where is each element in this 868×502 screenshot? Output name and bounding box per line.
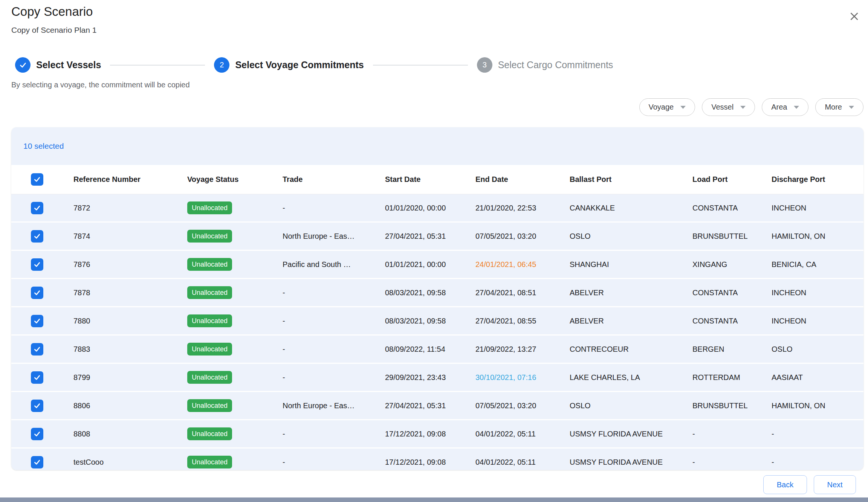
check-icon	[33, 430, 41, 438]
status-badge: Unallocated	[187, 343, 232, 356]
filter-voyage-button[interactable]: Voyage	[639, 98, 695, 116]
row-checkbox[interactable]	[31, 371, 43, 384]
step-connector	[110, 65, 205, 66]
step-2-label: Select Voyage Commitments	[235, 60, 364, 70]
row-checkbox[interactable]	[31, 230, 43, 243]
row-checkbox[interactable]	[31, 287, 43, 299]
back-button[interactable]: Back	[763, 475, 807, 494]
discharge-port-cell: INCHEON	[772, 317, 863, 325]
column-header-voyage-status: Voyage Status	[187, 175, 283, 184]
voyage-status-cell: Unallocated	[187, 427, 283, 440]
table-row[interactable]: 7874 Unallocated North Europe - Eas… 27/…	[11, 223, 863, 250]
table-row[interactable]: 7883 Unallocated - 08/09/2022, 11:54 21/…	[11, 336, 863, 363]
page-title: Copy Scenario	[11, 5, 93, 19]
helper-text: By selecting a voyage, the commitment wi…	[11, 81, 190, 89]
start-date-cell: 01/01/2020, 00:00	[385, 204, 475, 212]
voyage-table-panel: 10 selected Reference Number Voyage Stat…	[11, 127, 863, 470]
trade-cell: -	[283, 373, 385, 382]
load-port-cell: BRUNSBUTTEL	[692, 401, 772, 410]
ballast-port-cell: ABELVER	[570, 288, 692, 297]
check-icon	[33, 402, 41, 410]
check-icon	[33, 175, 41, 183]
filter-area-button[interactable]: Area	[762, 98, 808, 116]
close-icon	[849, 11, 859, 21]
reference-number-cell: 7872	[73, 204, 187, 212]
start-date-cell: 01/01/2021, 00:00	[385, 260, 475, 269]
voyage-status-cell: Unallocated	[187, 343, 283, 356]
table-row[interactable]: 8808 Unallocated - 17/12/2021, 09:08 04/…	[11, 420, 863, 447]
filter-more-button[interactable]: More	[815, 98, 863, 116]
row-checkbox[interactable]	[31, 202, 43, 214]
step-select-vessels[interactable]: Select Vessels	[15, 57, 101, 73]
ballast-port-cell: USMSY FLORIDA AVENUE	[570, 430, 692, 438]
status-badge: Unallocated	[187, 371, 232, 384]
load-port-cell: CONSTANTA	[692, 288, 772, 297]
trade-cell: -	[283, 288, 385, 297]
table-row[interactable]: 8799 Unallocated - 29/09/2021, 23:43 30/…	[11, 364, 863, 391]
next-button[interactable]: Next	[814, 475, 856, 494]
column-header-start-date: Start Date	[385, 175, 475, 184]
voyage-status-cell: Unallocated	[187, 371, 283, 384]
step-select-voyage-commitments[interactable]: 2 Select Voyage Commitments	[214, 57, 364, 73]
start-date-cell: 08/09/2022, 11:54	[385, 345, 475, 354]
filter-area-label: Area	[771, 103, 787, 111]
row-checkbox[interactable]	[31, 315, 43, 327]
voyage-status-cell: Unallocated	[187, 230, 283, 243]
row-checkbox[interactable]	[31, 456, 43, 468]
discharge-port-cell: AASIAAT	[772, 373, 863, 382]
close-button[interactable]	[847, 9, 861, 23]
start-date-cell: 08/03/2021, 09:58	[385, 317, 475, 325]
ballast-port-cell: USMSY FLORIDA AVENUE	[570, 458, 692, 467]
step-select-cargo-commitments[interactable]: 3 Select Cargo Commitments	[477, 57, 613, 73]
ballast-port-cell: ABELVER	[570, 317, 692, 325]
load-port-cell: CONSTANTA	[692, 317, 772, 325]
reference-number-cell: 8799	[73, 373, 187, 382]
trade-cell: -	[283, 458, 385, 467]
table-row[interactable]: 7880 Unallocated - 08/03/2021, 09:58 27/…	[11, 307, 863, 334]
column-header-discharge-port: Discharge Port	[772, 175, 863, 184]
step-connector	[373, 65, 468, 66]
table-row[interactable]: 7878 Unallocated - 08/03/2021, 09:58 27/…	[11, 279, 863, 306]
discharge-port-cell: -	[772, 458, 863, 467]
ballast-port-cell: OSLO	[570, 232, 692, 241]
backdrop-strip	[0, 497, 868, 502]
row-checkbox[interactable]	[31, 258, 43, 271]
voyage-status-cell: Unallocated	[187, 258, 283, 271]
load-port-cell: BRUNSBUTTEL	[692, 232, 772, 241]
ballast-port-cell: SHANGHAI	[570, 260, 692, 269]
reference-number-cell: 7878	[73, 288, 187, 297]
discharge-port-cell: INCHEON	[772, 204, 863, 212]
load-port-cell: BERGEN	[692, 345, 772, 354]
end-date-cell: 21/01/2020, 22:53	[475, 204, 570, 212]
voyage-status-cell: Unallocated	[187, 399, 283, 412]
status-badge: Unallocated	[187, 427, 232, 440]
check-icon	[33, 458, 41, 466]
filter-vessel-button[interactable]: Vessel	[702, 98, 755, 116]
check-icon	[33, 374, 41, 381]
table-row[interactable]: 8806 Unallocated North Europe - Eas… 27/…	[11, 392, 863, 419]
select-all-checkbox[interactable]	[31, 173, 43, 186]
status-badge: Unallocated	[187, 286, 232, 299]
load-port-cell: -	[692, 458, 772, 467]
chevron-down-icon	[740, 106, 746, 109]
table-row[interactable]: 7872 Unallocated - 01/01/2020, 00:00 21/…	[11, 194, 863, 221]
trade-cell: -	[283, 345, 385, 354]
column-header-load-port: Load Port	[692, 175, 772, 184]
row-checkbox[interactable]	[31, 343, 43, 356]
check-icon	[19, 61, 27, 69]
row-checkbox[interactable]	[31, 428, 43, 440]
row-checkbox[interactable]	[31, 400, 43, 412]
selection-bar: 10 selected	[11, 127, 863, 165]
status-badge: Unallocated	[187, 456, 232, 468]
start-date-cell: 17/12/2021, 09:08	[385, 430, 475, 438]
trade-cell: North Europe - Eas…	[283, 232, 385, 241]
table-row[interactable]: testCooo Unallocated - 17/12/2021, 09:08…	[11, 449, 863, 470]
table-row[interactable]: 7876 Unallocated Pacific and South … 01/…	[11, 251, 863, 278]
table-body: 7872 Unallocated - 01/01/2020, 00:00 21/…	[11, 194, 863, 470]
trade-cell: Pacific and South …	[283, 260, 385, 269]
check-icon	[33, 232, 41, 240]
stepper: Select Vessels 2 Select Voyage Commitmen…	[15, 57, 613, 73]
reference-number-cell: 8806	[73, 401, 187, 410]
status-badge: Unallocated	[187, 230, 232, 243]
discharge-port-cell: INCHEON	[772, 288, 863, 297]
